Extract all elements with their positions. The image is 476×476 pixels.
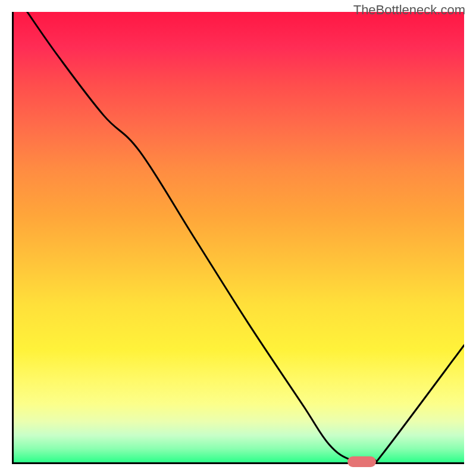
chart-curve-path: [27, 12, 464, 462]
chart-optimum-marker: [347, 456, 376, 467]
chart-plot-area: [12, 12, 464, 464]
chart-curve-svg: [14, 12, 464, 462]
watermark-text: TheBottleneck.com: [353, 2, 465, 18]
